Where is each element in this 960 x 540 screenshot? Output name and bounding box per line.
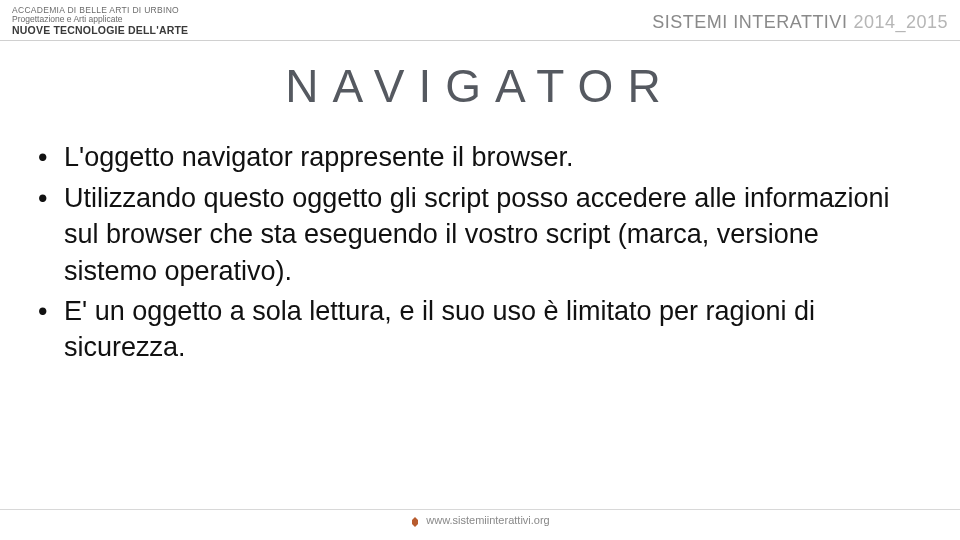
bullet-list: L'oggetto navigator rappresente il brows… xyxy=(64,139,918,366)
logo-icon xyxy=(410,514,420,526)
course-year: 2014_2015 xyxy=(853,12,948,33)
list-item: E' un oggetto a sola lettura, e il suo u… xyxy=(64,293,918,366)
slide-header: ACCADEMIA DI BELLE ARTI DI URBINO Proget… xyxy=(0,0,960,41)
slide-footer: www.sistemiinterattivi.org xyxy=(0,509,960,526)
footer-url: www.sistemiinterattivi.org xyxy=(426,514,549,526)
slide-content: L'oggetto navigator rappresente il brows… xyxy=(0,139,960,366)
course-title: SISTEMI INTERATTIVI xyxy=(652,12,847,33)
slide-title: NAVIGATOR xyxy=(0,59,960,113)
list-item: Utilizzando questo oggetto gli script po… xyxy=(64,180,918,289)
institution-line-3: NUOVE TECNOLOGIE DELL'ARTE xyxy=(12,25,188,37)
header-right: SISTEMI INTERATTIVI 2014_2015 xyxy=(652,6,948,33)
header-left: ACCADEMIA DI BELLE ARTI DI URBINO Proget… xyxy=(12,6,188,36)
list-item: L'oggetto navigator rappresente il brows… xyxy=(64,139,918,175)
